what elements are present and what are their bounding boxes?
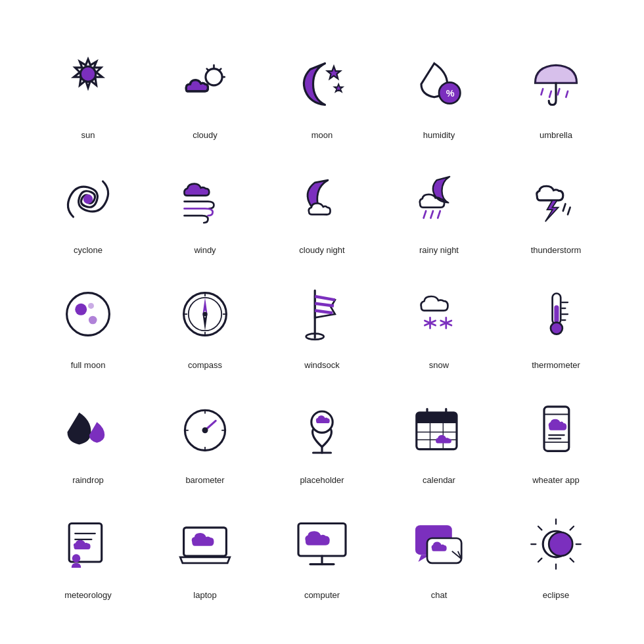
- svg-line-11: [424, 211, 426, 218]
- icon-label-chat: chat: [431, 590, 448, 600]
- icon-thunderstorm: [517, 160, 595, 239]
- svg-line-82: [570, 526, 574, 530]
- icon-chat: [400, 505, 478, 584]
- svg-line-83: [538, 558, 541, 561]
- icon-item-weather-app: wheater app: [501, 390, 611, 485]
- icon-label-compass: compass: [188, 360, 222, 370]
- icon-item-laptop: laptop: [150, 505, 260, 600]
- icon-item-meteorology: meteorology: [33, 505, 143, 600]
- icon-item-raindrop: raindrop: [33, 390, 143, 485]
- svg-line-8: [558, 89, 560, 95]
- svg-point-16: [67, 292, 110, 335]
- svg-point-18: [89, 315, 97, 324]
- icon-label-meteorology: meteorology: [64, 590, 112, 600]
- icon-windsock: [283, 275, 361, 354]
- icon-label-cloudy: cloudy: [193, 130, 218, 140]
- icon-label-barometer: barometer: [185, 475, 224, 485]
- icon-label-placeholder: placeholder: [300, 475, 344, 485]
- icon-weather-app: [517, 390, 595, 469]
- icon-label-cyclone: cyclone: [74, 245, 103, 255]
- icon-computer: [283, 505, 361, 584]
- icon-label-eclipse: eclipse: [543, 590, 569, 600]
- icon-cyclone: [49, 160, 127, 239]
- icon-item-thunderstorm: thunderstorm: [501, 160, 611, 255]
- icon-laptop: [166, 505, 244, 584]
- icon-label-thunderstorm: thunderstorm: [531, 245, 582, 255]
- icon-item-thermometer: thermometer: [501, 275, 611, 370]
- icon-label-weather-app: wheater app: [532, 475, 580, 485]
- icon-calendar: [400, 390, 478, 469]
- icon-item-barometer: barometer: [150, 390, 260, 485]
- icon-label-humidity: humidity: [423, 130, 455, 140]
- icon-barometer: [166, 390, 244, 469]
- svg-line-80: [538, 526, 541, 530]
- svg-line-12: [430, 211, 433, 218]
- icon-label-full-moon: full moon: [71, 360, 106, 370]
- svg-line-7: [549, 91, 551, 97]
- icon-item-cloudy: cloudy: [150, 45, 260, 140]
- icon-item-rainy-night: rainy night: [384, 160, 494, 255]
- icon-label-snow: snow: [429, 360, 449, 370]
- icon-label-laptop: laptop: [193, 590, 216, 600]
- svg-rect-54: [417, 419, 457, 423]
- icon-humidity: %: [400, 45, 478, 124]
- icon-label-raindrop: raindrop: [72, 475, 104, 485]
- icon-item-cloudy-night: cloudy night: [267, 160, 377, 255]
- icon-item-windsock: windsock: [267, 275, 377, 370]
- icon-item-placeholder: placeholder: [267, 390, 377, 485]
- icon-raindrop: [49, 390, 127, 469]
- icon-item-compass: compass: [150, 275, 260, 370]
- svg-rect-36: [554, 305, 559, 323]
- icon-eclipse: [517, 505, 595, 584]
- icon-moon: [283, 45, 361, 124]
- icon-placeholder: [283, 390, 361, 469]
- icon-sun: [49, 45, 127, 124]
- icon-item-windy: windy: [150, 160, 260, 255]
- icon-cloudy: [166, 45, 244, 124]
- svg-point-37: [551, 322, 563, 334]
- icon-label-calendar: calendar: [423, 475, 455, 485]
- svg-line-9: [566, 91, 568, 97]
- svg-point-10: [83, 194, 93, 203]
- svg-line-81: [570, 558, 574, 561]
- icon-label-sun: sun: [81, 130, 95, 140]
- icon-windy: [166, 160, 244, 239]
- icon-item-snow: snow: [384, 275, 494, 370]
- icon-compass: [166, 275, 244, 354]
- svg-point-69: [72, 554, 81, 563]
- icon-label-cloudy-night: cloudy night: [299, 245, 344, 255]
- icon-item-computer: computer: [267, 505, 377, 600]
- svg-point-48: [202, 427, 208, 433]
- icon-label-thermometer: thermometer: [532, 360, 580, 370]
- icon-label-moon: moon: [311, 130, 333, 140]
- svg-point-22: [202, 311, 207, 316]
- icon-item-umbrella: umbrella: [501, 45, 611, 140]
- icon-item-chat: chat: [384, 505, 494, 600]
- svg-point-17: [75, 303, 87, 315]
- icon-rainy-night: [400, 160, 478, 239]
- icon-label-rainy-night: rainy night: [419, 245, 459, 255]
- icon-label-windsock: windsock: [304, 360, 339, 370]
- icon-thermometer: [517, 275, 595, 354]
- icon-snow: [400, 275, 478, 354]
- icon-label-umbrella: umbrella: [540, 130, 572, 140]
- icon-item-cyclone: cyclone: [33, 160, 143, 255]
- icon-item-moon: moon: [267, 45, 377, 140]
- svg-point-19: [88, 302, 94, 308]
- icon-item-sun: sun: [33, 45, 143, 140]
- icon-item-humidity: % humidity: [384, 45, 494, 140]
- svg-line-15: [568, 207, 570, 214]
- svg-line-6: [541, 89, 543, 95]
- icon-item-eclipse: eclipse: [501, 505, 611, 600]
- icon-grid: sun cloudy moon: [20, 18, 624, 626]
- icon-meteorology: [49, 505, 127, 584]
- svg-text:%: %: [446, 87, 455, 98]
- svg-line-14: [563, 204, 566, 211]
- icon-full-moon: [49, 275, 127, 354]
- icon-cloudy-night: [283, 160, 361, 239]
- icon-item-calendar: calendar: [384, 390, 494, 485]
- svg-line-13: [438, 211, 440, 218]
- icon-label-windy: windy: [194, 245, 216, 255]
- icon-label-computer: computer: [304, 590, 340, 600]
- icon-item-full-moon: full moon: [33, 275, 143, 370]
